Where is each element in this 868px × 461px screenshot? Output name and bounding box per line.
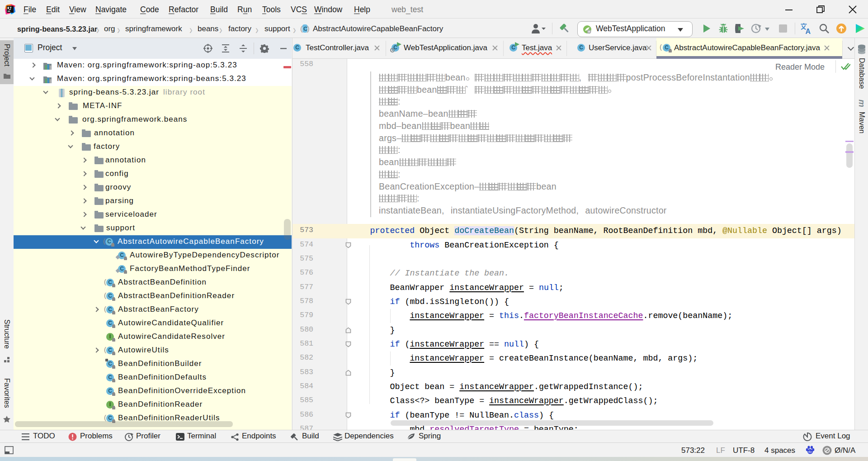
svg-text:A: A [806, 28, 811, 34]
svg-text:du: du [808, 450, 812, 453]
svg-text:): ) [307, 24, 310, 33]
